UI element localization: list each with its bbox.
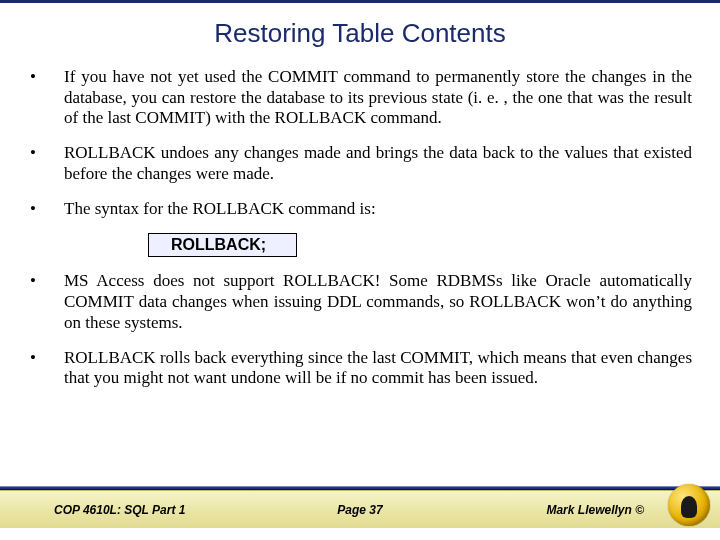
logo-disc — [668, 484, 710, 526]
bullet-item: • ROLLBACK undoes any changes made and b… — [28, 143, 692, 184]
bullet-text: MS Access does not support ROLLBACK! Som… — [64, 271, 692, 333]
bullet-text: If you have not yet used the COMMIT comm… — [64, 67, 692, 129]
ucf-logo — [668, 484, 710, 526]
bullet-item: • ROLLBACK rolls back everything since t… — [28, 348, 692, 389]
slide-body: Restoring Table Contents • If you have n… — [0, 0, 720, 389]
syntax-box: ROLLBACK; — [148, 233, 297, 257]
bullet-marker: • — [28, 348, 64, 389]
bullet-marker: • — [28, 143, 64, 184]
bullet-text: ROLLBACK undoes any changes made and bri… — [64, 143, 692, 184]
bullet-marker: • — [28, 271, 64, 333]
bullet-list: • If you have not yet used the COMMIT co… — [28, 67, 692, 219]
footer-course: COP 4610L: SQL Part 1 — [0, 503, 185, 517]
top-rule — [0, 0, 720, 3]
footer-page: Page 37 — [337, 503, 382, 517]
bullet-text: ROLLBACK rolls back everything since the… — [64, 348, 692, 389]
bullet-item: • If you have not yet used the COMMIT co… — [28, 67, 692, 129]
bullet-marker: • — [28, 199, 64, 220]
syntax-container: ROLLBACK; — [148, 233, 692, 257]
footer: COP 4610L: SQL Part 1 Page 37 Mark Llewe… — [0, 486, 720, 540]
pegasus-icon — [681, 496, 697, 518]
footer-bar: COP 4610L: SQL Part 1 Page 37 Mark Llewe… — [0, 490, 720, 528]
bullet-item: • MS Access does not support ROLLBACK! S… — [28, 271, 692, 333]
bullet-text: The syntax for the ROLLBACK command is: — [64, 199, 692, 220]
slide-title: Restoring Table Contents — [28, 18, 692, 49]
bullet-list-2: • MS Access does not support ROLLBACK! S… — [28, 271, 692, 389]
footer-author: Mark Llewellyn © — [546, 503, 664, 517]
bullet-item: • The syntax for the ROLLBACK command is… — [28, 199, 692, 220]
bullet-marker: • — [28, 67, 64, 129]
